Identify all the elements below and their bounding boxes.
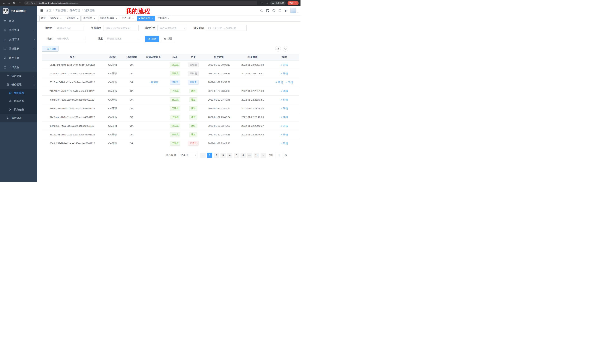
app-logo[interactable]: 芋道管理系统 [0, 6, 37, 16]
page-button-1[interactable]: 1 [207, 153, 212, 158]
detail-button[interactable]: 详情 [280, 63, 288, 67]
cancel-button[interactable]: 取消 [275, 81, 283, 84]
reset-button[interactable]: 重置 [161, 36, 175, 42]
breadcrumb-home[interactable]: 首页 [46, 9, 51, 12]
create-process-label: 发起流程 [47, 47, 56, 50]
page-button-6[interactable]: 6 [240, 153, 246, 158]
key-icon[interactable] [260, 2, 264, 4]
sidebar-item-done-tasks[interactable]: 已办任务 [0, 105, 37, 114]
tab-process-model[interactable]: 流程模型× [65, 16, 80, 21]
sidebar-item-workflow[interactable]: 工作流程 ▴ [0, 63, 37, 72]
breadcrumb: 首页 / 工作流程 / 任务管理 / 我的流程 [46, 9, 95, 12]
search-button[interactable]: 搜索 [145, 36, 159, 42]
sidebar-item-system[interactable]: 系统管理 ▾ [0, 26, 37, 35]
back-icon[interactable]: ← [2, 1, 6, 5]
fullscreen-icon[interactable] [278, 9, 281, 12]
sidebar-item-home[interactable]: 首页 [0, 16, 37, 26]
process-name-input[interactable] [55, 25, 84, 31]
chevron-down-icon: ▾ [34, 48, 35, 50]
github-icon[interactable] [266, 9, 269, 12]
close-icon[interactable]: × [168, 17, 170, 20]
font-size-icon[interactable]: TT [285, 9, 287, 12]
tab-my-process[interactable]: 我的流程× [137, 16, 155, 21]
page-button-3[interactable]: 3 [220, 153, 226, 158]
col-category: 流程分类 [122, 54, 141, 60]
goto-input[interactable] [275, 153, 283, 158]
tab-process-form-edit[interactable]: 流程表单-编辑× [98, 16, 119, 21]
page-button-4[interactable]: 4 [227, 153, 232, 158]
current-task-link[interactable]: 一级审批 [149, 81, 159, 84]
tab-home[interactable]: 首页 [39, 16, 47, 21]
page-button-5[interactable]: 5 [234, 153, 239, 158]
detail-button[interactable]: 详情 [280, 124, 288, 128]
more-pages-button[interactable]: ••• [247, 153, 252, 158]
create-process-button[interactable]: ＋ 发起流程 [42, 46, 59, 52]
tab-process-form[interactable]: 流程表单× [81, 16, 97, 21]
prev-page-button[interactable]: ‹ [200, 153, 206, 158]
detail-button[interactable]: 详情 [285, 81, 293, 84]
close-icon[interactable]: × [151, 17, 153, 20]
table-row: 67c2eaab-7b9a-11ec-a290-acde48001122 OA … [42, 113, 299, 122]
submit-time-range-picker[interactable]: 开始日期 - 结束日期 [206, 25, 247, 31]
sidebar-item-payment[interactable]: ¥ 支付管理 ▾ [0, 35, 37, 44]
bookmark-star-icon[interactable]: ☆ [266, 2, 268, 4]
process-category-select[interactable]: 请选择流程分类 ▾ [158, 25, 187, 31]
forward-icon[interactable]: → [7, 1, 11, 5]
range-separator: - [224, 27, 225, 29]
refresh-icon [164, 38, 166, 40]
breadcrumb-separator: / [82, 9, 83, 12]
app-title: 芋道管理系统 [10, 10, 26, 13]
address-bar[interactable]: ⚠ 不安全 dashboard.yudao.iocoder.cn/bpm/tas… [24, 1, 257, 5]
refresh-table-button[interactable] [283, 46, 288, 52]
page-size-select[interactable]: 10条/页 ▾ [179, 153, 197, 158]
edit-icon [280, 64, 283, 66]
breadcrumb-workflow[interactable]: 工作流程 [55, 9, 66, 12]
url-host: dashboard.yudao.iocoder.cn [39, 2, 66, 4]
detail-button[interactable]: 详情 [280, 89, 288, 93]
process-category-label: 流程分类 [143, 26, 155, 30]
avatar[interactable] [290, 8, 296, 13]
close-icon[interactable]: × [60, 17, 62, 20]
sidebar-item-todo-tasks[interactable]: 待办任务 [0, 97, 37, 105]
page-content: 流程名 所属流程 流程分类 请选择流程分类 ▾ 提交时间 [37, 21, 300, 182]
close-icon[interactable]: × [76, 17, 79, 20]
process-definition-input[interactable] [103, 25, 139, 31]
sidebar-item-devtools[interactable]: 研发工具 ▾ [0, 53, 37, 63]
close-icon[interactable]: × [132, 17, 134, 20]
detail-button[interactable]: 详情 [280, 142, 288, 145]
edit-icon [280, 142, 283, 144]
detail-button[interactable]: 详情 [280, 115, 288, 119]
detail-button[interactable]: 详情 [280, 133, 288, 136]
cell-task [141, 130, 166, 139]
tab-start-process[interactable]: 发起流程× [156, 16, 172, 21]
close-icon[interactable]: × [93, 17, 96, 20]
sidebar-item-my-process[interactable]: 我的流程 [0, 89, 37, 97]
update-button[interactable]: 更新 ⋮ [288, 1, 299, 5]
detail-button[interactable]: 详情 [280, 72, 288, 75]
status-select[interactable]: 请选择状态 ▾ [55, 36, 86, 42]
hamburger-icon[interactable] [40, 9, 43, 12]
home-icon[interactable]: ⌂ [18, 1, 21, 5]
next-page-button[interactable]: › [260, 153, 266, 158]
detail-button[interactable]: 详情 [280, 98, 288, 102]
detail-button[interactable]: 详情 [280, 107, 288, 110]
tab-user-group[interactable]: 用户分组× [120, 16, 136, 21]
page-button-11[interactable]: 11 [254, 153, 259, 158]
detail-label: 详情 [288, 81, 293, 84]
sidebar-item-leave-query[interactable]: 请假查询 [0, 114, 37, 122]
tab-process-definition[interactable]: 流程定义× [48, 16, 64, 21]
toggle-search-button[interactable] [275, 46, 281, 52]
help-icon[interactable] [272, 9, 275, 12]
reload-icon[interactable]: ⟳ [12, 1, 16, 5]
close-icon[interactable]: × [115, 17, 118, 20]
status-badge: 已完成 [170, 89, 180, 93]
browser-menu-icon[interactable]: ⋮ [295, 2, 297, 4]
result-select[interactable]: 请选择流结果 ▾ [105, 36, 140, 42]
sidebar-item-process-mgmt[interactable]: 流程管理 ▾ [0, 72, 37, 80]
user-menu[interactable]: ▾ [290, 8, 298, 13]
sidebar-item-task-mgmt[interactable]: 任务管理 ▴ [0, 80, 37, 89]
page-button-2[interactable]: 2 [214, 153, 219, 158]
breadcrumb-task-mgmt[interactable]: 任务管理 [70, 9, 80, 12]
search-icon[interactable] [260, 9, 263, 12]
sidebar-item-infra[interactable]: 基础设施 ▾ [0, 44, 37, 53]
